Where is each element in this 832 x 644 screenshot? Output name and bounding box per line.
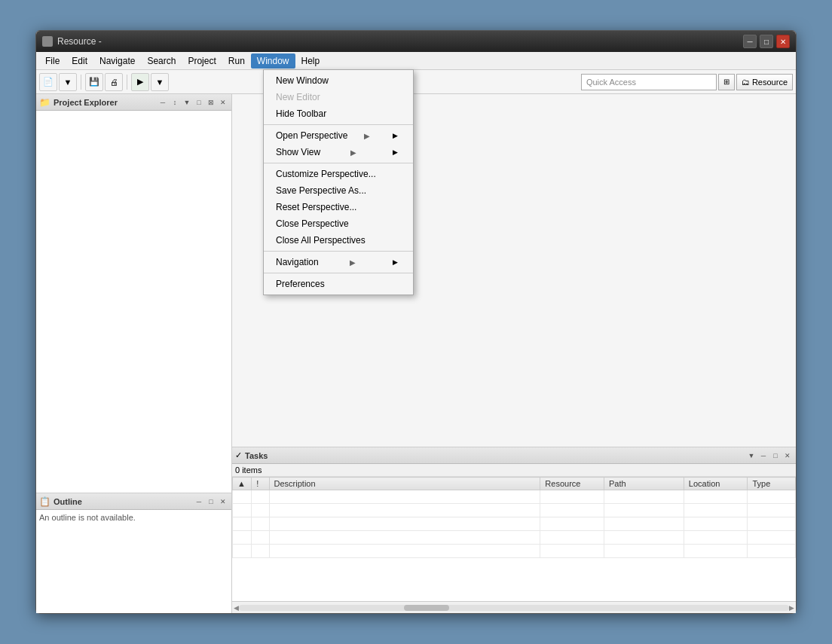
quick-access-field[interactable]: Quick Access (581, 74, 717, 90)
scroll-left-arrow[interactable]: ◀ (234, 604, 239, 612)
explorer-max-btn[interactable]: ⊠ (206, 97, 216, 108)
menu-project[interactable]: Project (182, 53, 222, 69)
menu-new-window[interactable]: New Window (264, 72, 413, 89)
open-perspective-icon-btn[interactable]: ⊞ (718, 74, 735, 90)
window-dropdown-menu: New Window New Editor Hide Toolbar Open … (263, 69, 414, 295)
maximize-button[interactable]: □ (760, 35, 773, 48)
menu-close-perspective[interactable]: Close Perspective (264, 215, 413, 232)
menu-hide-toolbar[interactable]: Hide Toolbar (264, 105, 413, 122)
menu-file[interactable]: File (39, 53, 66, 69)
app-icon (42, 36, 53, 47)
menu-navigation[interactable]: Navigation ▶ (264, 254, 413, 270)
menu-customize-perspective[interactable]: Customize Perspective... (264, 166, 413, 182)
outline-panel: 📋 Outline ─ □ ✕ An outline is not availa… (36, 493, 231, 613)
preferences-label: Preferences (276, 279, 325, 289)
open-perspective-label: Open Perspective (276, 130, 347, 141)
separator-2 (264, 163, 413, 163)
table-row (233, 504, 796, 517)
table-row (233, 545, 796, 558)
menu-save-perspective-as[interactable]: Save Perspective As... (264, 182, 413, 199)
tasks-col-severity[interactable]: ! (252, 478, 269, 490)
tasks-max-btn[interactable]: □ (770, 450, 781, 461)
menu-run[interactable]: Run (222, 53, 251, 69)
outline-max-btn[interactable]: □ (206, 496, 216, 507)
outline-close-btn[interactable]: ✕ (218, 496, 228, 507)
explorer-minimize-btn[interactable]: ─ (158, 97, 168, 108)
navigation-label: Navigation (276, 257, 319, 267)
menu-bar: File Edit Navigate Search Project Run Wi… (36, 52, 796, 70)
reset-perspective-label: Reset Perspective... (276, 202, 356, 212)
menu-search[interactable]: Search (141, 53, 182, 69)
outline-empty-text: An outline is not available. (39, 513, 136, 522)
main-window: Resource - ─ □ ✕ File Edit Navigate Sear… (35, 30, 797, 614)
tasks-scrollbar[interactable]: ◀ ▶ (232, 601, 796, 613)
window-title: Resource - (57, 36, 102, 47)
toolbar-dropdown-btn[interactable]: ▼ (59, 73, 77, 91)
toolbar-sep-2 (127, 75, 127, 90)
left-panel: 📁 Project Explorer ─ ↕ ▼ □ ⊠ ✕ (36, 94, 232, 613)
menu-help[interactable]: Help (295, 53, 326, 69)
menu-reset-perspective[interactable]: Reset Perspective... (264, 199, 413, 215)
show-view-label: Show View (276, 147, 320, 157)
explorer-body (36, 111, 231, 493)
new-editor-label: New Editor (276, 92, 320, 102)
menu-preferences[interactable]: Preferences (264, 276, 413, 292)
table-row (233, 517, 796, 531)
outline-icon: 📋 (39, 496, 50, 507)
perspective-folder-icon: 🗂 (742, 78, 750, 87)
perspective-resource-btn[interactable]: 🗂 Resource (736, 74, 793, 90)
explorer-close-btn[interactable]: ✕ (218, 97, 228, 108)
table-row (233, 490, 796, 504)
minimize-button[interactable]: ─ (743, 35, 757, 48)
run-button[interactable]: ▶ (131, 73, 149, 91)
perspective-label: Resource (752, 78, 788, 87)
show-view-arrow: ▶ (350, 148, 356, 157)
table-row (233, 531, 796, 545)
menu-window[interactable]: Window (251, 53, 295, 69)
tasks-menu-btn[interactable]: ▼ (746, 450, 757, 461)
navigation-arrow: ▶ (350, 258, 356, 267)
tasks-icon: ✓ (235, 450, 242, 460)
tasks-col-sort[interactable]: ▲ (233, 478, 252, 490)
explorer-menu-btn[interactable]: ▼ (182, 97, 192, 108)
outline-min-btn[interactable]: ─ (194, 496, 204, 507)
main-content: 📁 Project Explorer ─ ↕ ▼ □ ⊠ ✕ (36, 94, 796, 613)
scrollbar-thumb[interactable] (404, 605, 449, 611)
toolbar: 📄 ▼ 💾 🖨 ▶ ▼ Quick Access ⊞ 🗂 Resource (36, 70, 796, 94)
menu-navigate[interactable]: Navigate (93, 53, 141, 69)
tasks-title: Tasks (245, 451, 743, 460)
explorer-icon: 📁 (39, 97, 50, 108)
menu-open-perspective[interactable]: Open Perspective ▶ (264, 127, 413, 144)
scrollbar-track[interactable] (239, 605, 789, 611)
close-all-perspectives-label: Close All Perspectives (276, 235, 366, 246)
menu-show-view[interactable]: Show View ▶ (264, 144, 413, 160)
menu-close-all-perspectives[interactable]: Close All Perspectives (264, 232, 413, 249)
new-file-button[interactable]: 📄 (39, 73, 57, 91)
print-button[interactable]: 🖨 (105, 73, 123, 91)
toolbar-sep-1 (81, 75, 81, 90)
scroll-right-arrow[interactable]: ▶ (789, 604, 794, 612)
close-button[interactable]: ✕ (776, 35, 790, 48)
tasks-col-path[interactable]: Path (604, 478, 684, 490)
separator-1 (264, 124, 413, 125)
tasks-controls: ▼ ─ □ ✕ (746, 450, 793, 461)
tasks-header-row: ▲ ! Description Resource Path Location T… (233, 478, 796, 490)
explorer-min-btn[interactable]: □ (194, 97, 204, 108)
tasks-count: 0 items (232, 464, 796, 477)
tasks-col-type[interactable]: Type (748, 478, 796, 490)
quick-access-label: Quick Access (586, 78, 636, 87)
open-perspective-arrow: ▶ (364, 132, 370, 140)
explorer-sync-btn[interactable]: ↕ (170, 97, 180, 108)
title-bar-controls: ─ □ ✕ (743, 35, 790, 48)
tasks-col-resource[interactable]: Resource (540, 478, 604, 490)
menu-edit[interactable]: Edit (66, 53, 93, 69)
tasks-min-btn[interactable]: ─ (758, 450, 769, 461)
run-dropdown-btn[interactable]: ▼ (151, 73, 169, 91)
save-button[interactable]: 💾 (85, 73, 103, 91)
tasks-col-description[interactable]: Description (269, 478, 540, 490)
new-window-label: New Window (276, 75, 329, 86)
tasks-close-btn[interactable]: ✕ (782, 450, 793, 461)
tasks-col-location[interactable]: Location (684, 478, 748, 490)
separator-3 (264, 251, 413, 252)
title-bar-left: Resource - (42, 36, 102, 47)
